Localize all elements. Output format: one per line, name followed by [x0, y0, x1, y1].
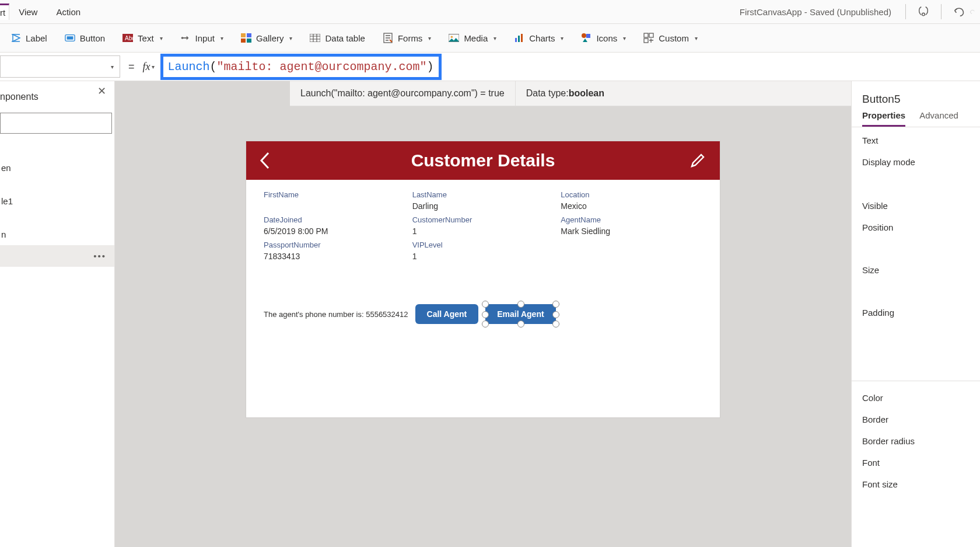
resize-handle[interactable]	[552, 301, 559, 308]
tree-tab-components[interactable]: nponents	[0, 92, 38, 107]
tree-item[interactable]	[0, 212, 114, 224]
app-header: Customer Details	[246, 141, 720, 180]
redo-icon[interactable]	[970, 5, 975, 19]
prop-visible[interactable]: Visible	[862, 201, 970, 211]
formula-evaluation: Launch("mailto: agent@ourcompany.com") =…	[290, 81, 515, 106]
tree-search-input[interactable]	[0, 113, 112, 134]
resize-handle[interactable]	[482, 320, 489, 327]
resize-handle[interactable]	[552, 320, 559, 327]
chevron-down-icon: ▾	[111, 64, 114, 70]
fx-label[interactable]: fx ▾	[143, 61, 160, 73]
media-icon	[449, 33, 459, 43]
ribbon-custom[interactable]: Custom ▾	[636, 29, 705, 47]
call-agent-button[interactable]: Call Agent	[415, 304, 479, 324]
svg-rect-15	[518, 36, 520, 42]
tree-item[interactable]: n	[0, 224, 114, 245]
app-screen[interactable]: Customer Details FirstName LastName	[246, 141, 720, 417]
formula-input[interactable]: Launch("mailto: agent@ourcompany.com")	[163, 59, 439, 75]
tab-properties[interactable]: Properties	[862, 110, 905, 127]
field-viplevel: VIPLevel 1	[412, 241, 554, 261]
tree-list: en le1 n •••	[0, 140, 114, 547]
resize-handle[interactable]	[517, 320, 524, 327]
svg-rect-6	[241, 33, 246, 37]
title-bar-icons	[898, 4, 975, 19]
menu-item-action[interactable]: Action	[47, 2, 90, 22]
chevron-down-icon: ▾	[152, 64, 155, 70]
prop-size[interactable]: Size	[862, 265, 970, 275]
edit-icon[interactable]	[690, 152, 706, 169]
detail-form: FirstName LastName Darling Location Mexi…	[246, 180, 720, 417]
app-checker-icon[interactable]	[916, 5, 930, 19]
ribbon-data-table[interactable]: Data table	[303, 29, 372, 47]
ribbon-charts[interactable]: Charts ▾	[507, 29, 570, 47]
workspace: ✕ nponents en le1 n ••• Launch("mailto: …	[0, 81, 980, 547]
prop-font[interactable]: Font	[862, 458, 970, 468]
ribbon-media[interactable]: Media ▾	[442, 29, 503, 47]
prop-color[interactable]: Color	[862, 393, 970, 403]
agent-phone-label: The agent's phone number is: 5556532412	[264, 310, 408, 319]
back-icon[interactable]	[258, 151, 272, 170]
prop-text[interactable]: Text	[862, 135, 970, 145]
resize-handle[interactable]	[552, 311, 559, 318]
properties-list: Text Display mode Visible Position Size …	[852, 127, 980, 489]
tree-item[interactable]	[0, 179, 114, 190]
gallery-icon	[241, 33, 251, 43]
ribbon-button[interactable]: Button	[58, 29, 112, 47]
undo-icon[interactable]	[952, 5, 966, 19]
field-passportnumber: PassportNumber 71833413	[264, 241, 405, 261]
selected-control-wrap: Email Agent	[485, 304, 555, 324]
tab-advanced[interactable]: Advanced	[919, 110, 958, 127]
tree-item[interactable]: le1	[0, 190, 114, 212]
field-agentname: AgentName Mark Siedling	[561, 215, 702, 236]
ribbon-label[interactable]: Label	[4, 29, 54, 47]
chevron-down-icon: ▾	[160, 35, 163, 41]
tree-view-panel: ✕ nponents en le1 n •••	[0, 81, 115, 547]
forms-icon	[383, 33, 393, 43]
svg-rect-18	[586, 34, 590, 38]
ribbon-input[interactable]: Input ▾	[173, 29, 230, 47]
more-icon[interactable]: •••	[93, 251, 106, 261]
icons-icon	[581, 33, 592, 43]
svg-rect-19	[644, 33, 648, 37]
field-lastname: LastName Darling	[412, 190, 554, 211]
svg-rect-9	[247, 39, 251, 43]
menu-item-view[interactable]: View	[9, 2, 47, 22]
canvas-area: Launch("mailto: agent@ourcompany.com") =…	[115, 81, 851, 547]
save-state: Saved (Unpublished)	[810, 7, 891, 17]
svg-rect-2	[66, 36, 73, 39]
formula-input-wrap: Launch("mailto: agent@ourcompany.com")	[160, 53, 980, 80]
prop-display-mode[interactable]: Display mode	[862, 157, 970, 167]
chevron-down-icon: ▾	[220, 35, 223, 41]
button-icon	[65, 33, 75, 43]
ribbon-gallery[interactable]: Gallery ▾	[234, 29, 300, 47]
chevron-down-icon: ▾	[623, 35, 626, 41]
tree-item[interactable]: en	[0, 157, 114, 179]
prop-position[interactable]: Position	[862, 222, 970, 232]
property-selector[interactable]: ▾	[0, 55, 120, 78]
field-firstname: FirstName	[264, 190, 405, 211]
svg-rect-20	[649, 33, 653, 37]
canvas-scroll[interactable]: Customer Details FirstName LastName	[115, 106, 851, 417]
ribbon-text[interactable]: Abc Text ▾	[116, 29, 170, 47]
svg-point-17	[582, 33, 586, 38]
prop-border-radius[interactable]: Border radius	[862, 436, 970, 446]
input-icon	[180, 33, 191, 43]
menu-items: View Action	[9, 2, 90, 22]
label-icon	[10, 33, 21, 43]
fields-grid: FirstName LastName Darling Location Mexi…	[264, 190, 702, 261]
tree-item-selected[interactable]: •••	[0, 245, 114, 267]
close-icon[interactable]: ✕	[97, 85, 106, 97]
properties-tabs: Properties Advanced	[852, 110, 980, 127]
table-icon	[310, 33, 320, 43]
ribbon-icons[interactable]: Icons ▾	[574, 29, 633, 47]
prop-padding[interactable]: Padding	[862, 308, 970, 318]
prop-border[interactable]: Border	[862, 414, 970, 424]
tree-item[interactable]	[0, 145, 114, 157]
active-menu-tab[interactable]: rt	[0, 4, 9, 20]
text-icon: Abc	[123, 33, 133, 43]
prop-font-size[interactable]: Font size	[862, 479, 970, 489]
selected-control-name: Button5	[852, 87, 980, 110]
svg-point-13	[451, 36, 453, 38]
svg-point-5	[181, 37, 183, 39]
ribbon-forms[interactable]: Forms ▾	[376, 29, 439, 47]
